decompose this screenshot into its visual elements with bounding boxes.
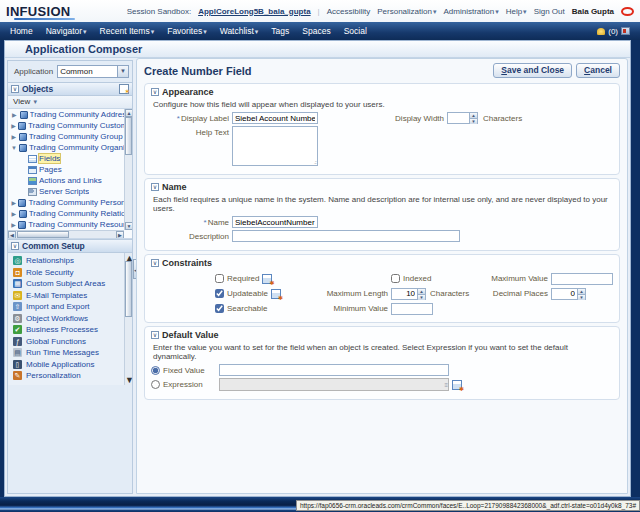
setup-item-global-functions[interactable]: ƒGlobal Functions: [8, 336, 124, 348]
scrollbar-down-button[interactable]: ▼: [125, 375, 133, 385]
administration-menu[interactable]: Administration▾: [443, 7, 498, 16]
resize-handle-icon[interactable]: .::: [314, 159, 316, 165]
fixed-value-input[interactable]: [219, 364, 449, 376]
collapse-icon[interactable]: ∨: [151, 259, 159, 267]
tree-item-fields[interactable]: Fields: [8, 153, 124, 164]
setup-item-import-and-export[interactable]: ⇧Import and Export: [8, 301, 124, 313]
application-select[interactable]: Common ▼: [57, 65, 129, 78]
description-input[interactable]: [232, 230, 460, 242]
scrollbar-up-button[interactable]: ▲: [125, 109, 132, 117]
sign-out-link[interactable]: Sign Out: [534, 7, 565, 16]
display-width-input[interactable]: [447, 112, 469, 124]
expand-icon[interactable]: ▶: [11, 199, 16, 206]
spinner-buttons[interactable]: ▲▼: [417, 288, 426, 300]
help-menu[interactable]: Help▾: [506, 7, 527, 16]
name-input[interactable]: [232, 216, 318, 228]
scrollbar-left-button[interactable]: ◀: [8, 231, 16, 239]
personalization-menu[interactable]: Personalization▾: [377, 7, 436, 16]
constraints-section-title: Constraints: [162, 258, 212, 268]
expand-icon[interactable]: ▶: [11, 122, 16, 129]
maximum-length-input[interactable]: [391, 288, 417, 300]
tree-vertical-scrollbar[interactable]: ▲ ▼: [124, 109, 132, 230]
expression-builder-icon[interactable]: [452, 380, 462, 390]
setup-item-custom-subject-areas[interactable]: ▦Custom Subject Areas: [8, 278, 124, 290]
nav-recent-items[interactable]: Recent Items▾: [100, 26, 155, 36]
expand-icon[interactable]: ▶: [11, 133, 17, 140]
scrollbar-down-button[interactable]: ▼: [125, 222, 132, 230]
view-menu-button[interactable]: View ▾: [13, 97, 37, 106]
caret-down-icon: ▾: [33, 98, 37, 105]
spinner-buttons[interactable]: ▲▼: [577, 288, 586, 300]
collapse-expanded-icon[interactable]: ▼: [11, 145, 17, 151]
setup-item-object-workflows[interactable]: ⚙Object Workflows: [8, 313, 124, 325]
tree-item-actions-and-links[interactable]: Actions and Links: [8, 175, 124, 186]
collapse-icon[interactable]: ∨: [11, 85, 19, 93]
objects-section-header[interactable]: ∨ Objects: [8, 82, 132, 96]
session-sandbox-link[interactable]: ApplCoreLong5B_bala_gupta: [198, 7, 310, 16]
expression-builder-icon[interactable]: [262, 274, 272, 284]
searchable-checkbox[interactable]: [215, 304, 224, 313]
scrollbar-thumb[interactable]: [125, 117, 132, 155]
setup-vertical-scrollbar[interactable]: ▲ ▼: [124, 253, 132, 385]
import-export-icon: ⇧: [13, 302, 22, 311]
minimum-value-input[interactable]: [391, 303, 433, 315]
setup-item-personalization[interactable]: ✎Personalization: [8, 370, 124, 382]
maximum-value-input[interactable]: [551, 273, 613, 285]
nav-spaces[interactable]: Spaces: [302, 26, 330, 36]
collapse-icon[interactable]: ∨: [151, 183, 159, 191]
accessibility-link[interactable]: Accessibility: [327, 7, 371, 16]
tree-item-trading-community-resource-profile[interactable]: ▶Trading Community Resource Profile: [8, 219, 124, 230]
setup-item-mobile-applications[interactable]: ▯Mobile Applications: [8, 359, 124, 371]
help-text-textarea[interactable]: .::: [232, 126, 318, 166]
object-cube-icon: [20, 111, 28, 119]
scrollbar-thumb[interactable]: [17, 231, 69, 238]
nav-tags[interactable]: Tags: [271, 26, 289, 36]
expand-icon[interactable]: ▶: [11, 210, 17, 217]
setup-item-business-processes[interactable]: ✔Business Processes: [8, 324, 124, 336]
oracle-logo-icon: [621, 7, 634, 16]
spinner-buttons[interactable]: ▲▼: [469, 112, 478, 124]
tree-item-trading-community-person-profile[interactable]: ▶Trading Community Person Profile: [8, 197, 124, 208]
setup-item-email-templates[interactable]: ✉E-Mail Templates: [8, 290, 124, 302]
tree-horizontal-scrollbar[interactable]: ◀ ▶: [8, 230, 124, 238]
caret-down-icon[interactable]: ▼: [117, 66, 128, 77]
indexed-checkbox[interactable]: [391, 274, 400, 283]
nav-social[interactable]: Social: [344, 26, 367, 36]
tree-item-pages[interactable]: Pages: [8, 164, 124, 175]
tree-item-trading-community-group-profile[interactable]: ▶Trading Community Group Profile: [8, 131, 124, 142]
cancel-button[interactable]: Cancel: [576, 63, 620, 78]
new-object-icon[interactable]: [119, 84, 129, 94]
setup-item-role-security[interactable]: ◘Role Security: [8, 267, 124, 279]
expression-radio[interactable]: [151, 380, 160, 389]
nav-navigator[interactable]: Navigator▾: [46, 26, 87, 36]
collapse-icon[interactable]: ∨: [151, 331, 159, 339]
nav-home[interactable]: Home: [10, 26, 33, 36]
tree-item-server-scripts[interactable]: Server Scripts: [8, 186, 124, 197]
save-and-close-button[interactable]: Save and Close: [493, 63, 572, 78]
required-checkbox[interactable]: [215, 274, 224, 283]
scrollbar-right-button[interactable]: ▶: [116, 231, 124, 239]
tree-item-trading-community-customer-contact[interactable]: ▶Trading Community Customer Contac: [8, 120, 124, 131]
collapse-icon[interactable]: ∨: [151, 88, 159, 96]
default-value-description: Enter the value you want to set for the …: [153, 343, 613, 361]
setup-item-relationships[interactable]: ◎Relationships: [8, 255, 124, 267]
decimal-places-input[interactable]: [551, 288, 577, 300]
common-setup-section-header[interactable]: ∨ Common Setup: [8, 239, 132, 253]
alerts-bell-icon[interactable]: [597, 28, 605, 35]
expand-icon[interactable]: ▶: [11, 111, 18, 118]
setup-item-run-time-messages[interactable]: ▤Run Time Messages: [8, 347, 124, 359]
scrollbar-thumb[interactable]: [125, 261, 132, 317]
updateable-checkbox[interactable]: [215, 289, 224, 298]
fixed-value-radio[interactable]: [151, 366, 160, 375]
tree-item-trading-community-address[interactable]: ▶Trading Community Address: [8, 109, 124, 120]
expand-icon[interactable]: ▶: [11, 221, 16, 228]
expression-builder-icon[interactable]: [271, 289, 281, 299]
tree-item-trading-community-organization-profile[interactable]: ▼Trading Community Organization Prof: [8, 142, 124, 153]
expression-textarea: ≡: [219, 378, 449, 391]
display-label-input[interactable]: [232, 112, 318, 124]
nav-watchlist[interactable]: Watchlist▾: [220, 26, 259, 36]
tree-item-trading-community-relationship[interactable]: ▶Trading Community Relationship: [8, 208, 124, 219]
worklist-icon[interactable]: [621, 27, 630, 35]
nav-favorites[interactable]: Favorites▾: [167, 26, 206, 36]
collapse-icon[interactable]: ∨: [11, 242, 19, 250]
